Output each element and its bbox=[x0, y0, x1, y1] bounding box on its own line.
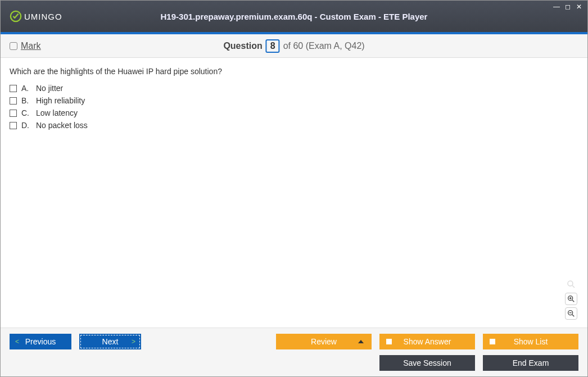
choice-letter: C. bbox=[21, 108, 31, 117]
choice-text: Low latency bbox=[36, 108, 78, 117]
mark-checkbox[interactable] bbox=[10, 42, 17, 50]
chevron-right-icon: > bbox=[132, 338, 135, 346]
button-label: Previous bbox=[25, 337, 56, 346]
svg-line-8 bbox=[572, 315, 574, 316]
svg-line-4 bbox=[572, 300, 574, 302]
question-position: Question 8 of 60 (Exam A, Q42) bbox=[223, 39, 364, 53]
footer-row-2: Save Session End Exam bbox=[10, 355, 578, 371]
review-button[interactable]: Review bbox=[276, 334, 372, 349]
chevron-left-icon: < bbox=[15, 338, 19, 346]
choice-checkbox[interactable] bbox=[10, 110, 17, 117]
choice-text: High reliability bbox=[36, 96, 85, 105]
question-label: Question bbox=[223, 41, 262, 51]
choice-letter: A. bbox=[21, 84, 31, 93]
square-icon bbox=[386, 339, 392, 344]
minimize-icon[interactable]: — bbox=[553, 3, 560, 11]
svg-line-2 bbox=[572, 285, 575, 288]
choice-checkbox[interactable] bbox=[10, 122, 17, 129]
show-list-button[interactable]: Show List bbox=[483, 334, 578, 349]
logo-check-icon bbox=[10, 10, 22, 22]
button-label: Show Answer bbox=[404, 337, 451, 346]
show-answer-button[interactable]: Show Answer bbox=[379, 334, 475, 349]
zoom-in-icon[interactable] bbox=[565, 293, 577, 305]
choice-text: No packet loss bbox=[36, 121, 88, 130]
app-window: UMINGO H19-301.prepaway.premium.exam.60q… bbox=[0, 0, 588, 377]
maximize-icon[interactable]: ◻ bbox=[564, 3, 572, 11]
mark-label[interactable]: Mark bbox=[21, 41, 41, 51]
choices-list: A. No jitter B. High reliability C. Low … bbox=[10, 84, 578, 130]
button-label: Save Session bbox=[403, 358, 451, 367]
save-session-button[interactable]: Save Session bbox=[379, 355, 475, 371]
logo-text: UMINGO bbox=[24, 12, 62, 21]
next-button[interactable]: Next > bbox=[79, 334, 141, 349]
triangle-up-icon bbox=[358, 340, 364, 343]
close-icon[interactable]: ✕ bbox=[575, 3, 583, 11]
footer-row-1: < Previous Next > Review Show Answer Sho… bbox=[10, 334, 578, 349]
zoom-out-icon[interactable] bbox=[565, 307, 577, 320]
question-number: 8 bbox=[266, 39, 280, 53]
question-text: Which are the highlights of the Huawei I… bbox=[10, 67, 578, 76]
button-label: Next bbox=[102, 337, 119, 346]
choice-a: A. No jitter bbox=[10, 84, 578, 93]
search-icon[interactable] bbox=[565, 278, 577, 290]
window-controls: — ◻ ✕ bbox=[553, 3, 583, 11]
window-title: H19-301.prepaway.premium.exam.60q - Cust… bbox=[161, 12, 428, 21]
choice-b: B. High reliability bbox=[10, 96, 578, 105]
button-label: End Exam bbox=[513, 358, 549, 367]
question-body: Which are the highlights of the Huawei I… bbox=[1, 58, 587, 328]
previous-button[interactable]: < Previous bbox=[10, 334, 71, 349]
choice-c: C. Low latency bbox=[10, 108, 578, 117]
button-label: Review bbox=[311, 337, 337, 346]
question-header: Mark Question 8 of 60 (Exam A, Q42) bbox=[1, 34, 587, 58]
choice-checkbox[interactable] bbox=[10, 85, 17, 92]
choice-letter: D. bbox=[21, 121, 31, 130]
choice-letter: B. bbox=[21, 96, 31, 105]
logo: UMINGO bbox=[10, 10, 62, 22]
zoom-tools bbox=[565, 278, 577, 320]
footer: < Previous Next > Review Show Answer Sho… bbox=[1, 328, 587, 376]
choice-checkbox[interactable] bbox=[10, 97, 17, 105]
button-label: Show List bbox=[514, 337, 548, 346]
svg-point-1 bbox=[568, 281, 573, 286]
end-exam-button[interactable]: End Exam bbox=[483, 355, 578, 371]
square-icon bbox=[490, 339, 495, 344]
question-suffix: of 60 (Exam A, Q42) bbox=[283, 41, 365, 51]
choice-text: No jitter bbox=[36, 84, 63, 93]
choice-d: D. No packet loss bbox=[10, 121, 578, 130]
titlebar: UMINGO H19-301.prepaway.premium.exam.60q… bbox=[1, 1, 587, 32]
